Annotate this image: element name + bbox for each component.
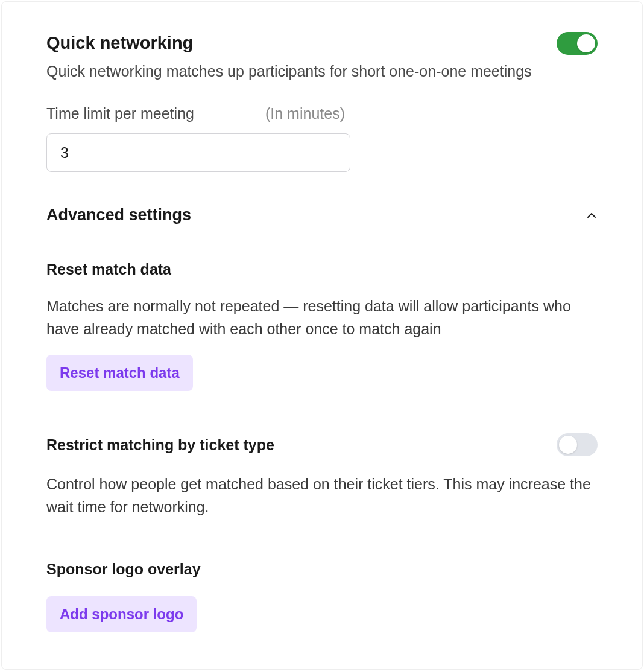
advanced-settings-header[interactable]: Advanced settings [46, 206, 598, 224]
time-limit-hint: (In minutes) [265, 105, 345, 122]
reset-match-title: Reset match data [46, 261, 598, 278]
restrict-matching-title: Restrict matching by ticket type [46, 436, 274, 454]
add-sponsor-logo-button[interactable]: Add sponsor logo [46, 596, 197, 632]
toggle-knob [559, 436, 577, 454]
time-limit-input[interactable] [46, 133, 350, 172]
sponsor-logo-title: Sponsor logo overlay [46, 561, 598, 578]
advanced-settings-title: Advanced settings [46, 206, 191, 224]
time-limit-label: Time limit per meeting [46, 105, 194, 122]
reset-match-description: Matches are normally not repeated — rese… [46, 295, 598, 340]
chevron-up-icon [586, 209, 598, 221]
restrict-matching-toggle[interactable] [557, 433, 598, 456]
toggle-knob [577, 34, 595, 52]
quick-networking-description: Quick networking matches up participants… [46, 61, 598, 82]
quick-networking-title: Quick networking [46, 32, 193, 55]
quick-networking-toggle[interactable] [557, 32, 598, 55]
restrict-matching-description: Control how people get matched based on … [46, 473, 598, 518]
reset-match-button[interactable]: Reset match data [46, 355, 193, 391]
